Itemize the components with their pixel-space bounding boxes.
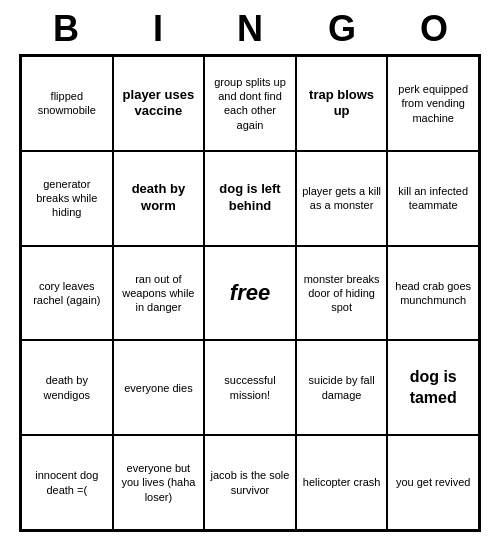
bingo-cell-23: helicopter crash	[296, 435, 388, 530]
title-letter-g: G	[306, 8, 378, 50]
bingo-cell-12: free	[204, 246, 296, 341]
bingo-cell-0: flipped snowmobile	[21, 56, 113, 151]
bingo-cell-14: head crab goes munchmunch	[387, 246, 479, 341]
bingo-cell-11: ran out of weapons while in danger	[113, 246, 205, 341]
bingo-cell-1: player uses vaccine	[113, 56, 205, 151]
bingo-cell-21: everyone but you lives (haha loser)	[113, 435, 205, 530]
bingo-cell-18: suicide by fall damage	[296, 340, 388, 435]
bingo-cell-16: everyone dies	[113, 340, 205, 435]
bingo-cell-15: death by wendigos	[21, 340, 113, 435]
bingo-cell-7: dog is left behind	[204, 151, 296, 246]
bingo-cell-5: generator breaks while hiding	[21, 151, 113, 246]
bingo-title: BINGO	[20, 0, 480, 54]
bingo-cell-8: player gets a kill as a monster	[296, 151, 388, 246]
bingo-cell-13: monster breaks door of hiding spot	[296, 246, 388, 341]
title-letter-b: B	[30, 8, 102, 50]
bingo-cell-6: death by worm	[113, 151, 205, 246]
bingo-cell-22: jacob is the sole survivor	[204, 435, 296, 530]
bingo-cell-24: you get revived	[387, 435, 479, 530]
bingo-cell-10: cory leaves rachel (again)	[21, 246, 113, 341]
bingo-cell-2: group splits up and dont find each other…	[204, 56, 296, 151]
bingo-grid: flipped snowmobileplayer uses vaccinegro…	[19, 54, 481, 532]
title-letter-i: I	[122, 8, 194, 50]
bingo-cell-20: innocent dog death =(	[21, 435, 113, 530]
title-letter-o: O	[398, 8, 470, 50]
bingo-cell-4: perk equipped from vending machine	[387, 56, 479, 151]
bingo-cell-19: dog is tamed	[387, 340, 479, 435]
bingo-cell-3: trap blows up	[296, 56, 388, 151]
bingo-cell-17: successful mission!	[204, 340, 296, 435]
bingo-cell-9: kill an infected teammate	[387, 151, 479, 246]
title-letter-n: N	[214, 8, 286, 50]
